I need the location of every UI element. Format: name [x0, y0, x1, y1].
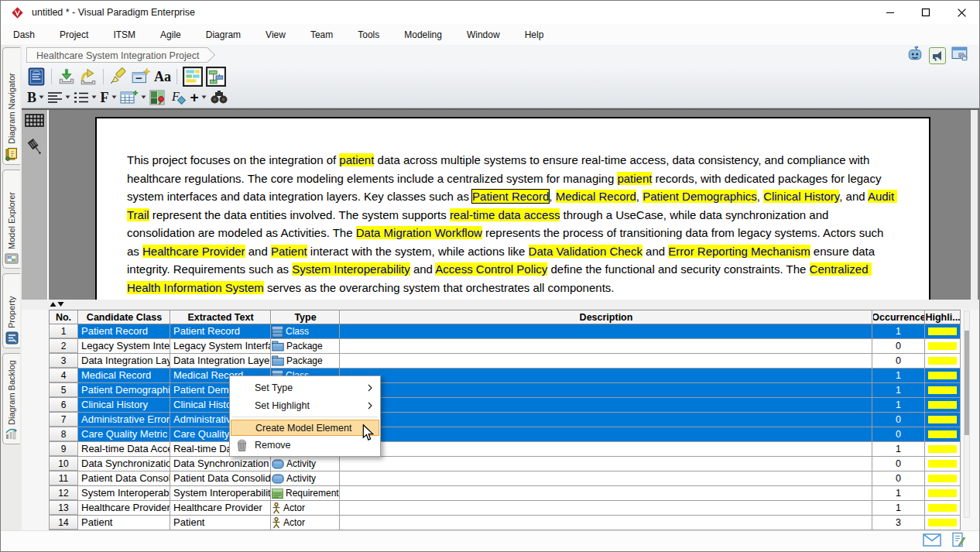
sidebar-tab-property[interactable]: Property: [2, 273, 20, 348]
description-cell[interactable]: [340, 501, 872, 515]
menu-item-itsm[interactable]: ITSM: [101, 25, 148, 45]
table-row[interactable]: 10Data SynchronizationData Synchronizati…: [49, 457, 961, 471]
description-cell[interactable]: [340, 398, 872, 412]
menu-item-dash[interactable]: Dash: [1, 25, 47, 45]
formula-button[interactable]: F: [170, 88, 187, 107]
context-menu-item-set-highlight[interactable]: Set Highlight: [231, 396, 379, 414]
highlighted-term[interactable]: Healthcare Provider: [142, 245, 245, 258]
highlight-cell[interactable]: [925, 398, 961, 412]
description-cell[interactable]: [340, 413, 872, 427]
scrollbar-thumb[interactable]: [965, 331, 969, 435]
column-header-candidate-class[interactable]: Candidate Class: [78, 310, 170, 324]
type-cell[interactable]: Actor: [271, 501, 340, 515]
highlighted-term[interactable]: Patient Record: [472, 190, 549, 203]
extracted-text-cell[interactable]: Healthcare Provider: [170, 501, 271, 515]
font-style-button[interactable]: Aa: [154, 67, 171, 86]
description-cell[interactable]: [340, 442, 872, 456]
type-cell[interactable]: Requirement: [271, 486, 340, 500]
type-cell[interactable]: Activity: [271, 471, 340, 485]
sweeper-tool[interactable]: [25, 137, 45, 160]
highlight-cell[interactable]: [925, 339, 961, 353]
type-cell[interactable]: Package: [271, 339, 340, 353]
candidate-class-cell[interactable]: Patient Demographics: [78, 383, 170, 397]
menu-item-view[interactable]: View: [253, 25, 298, 45]
table-row[interactable]: 8Care Quality MetricCare Quality MetricC…: [49, 427, 961, 442]
panel-divider[interactable]: [22, 300, 979, 310]
description-cell[interactable]: [340, 339, 872, 353]
highlight-cell[interactable]: [925, 354, 961, 368]
mail-icon-button[interactable]: [923, 533, 941, 550]
extracted-text-cell[interactable]: Patient Data Consolidation: [170, 471, 271, 485]
highlight-cell[interactable]: [925, 471, 961, 485]
description-cell[interactable]: [340, 354, 872, 368]
breadcrumb[interactable]: Healthcare System Integration Project: [26, 47, 207, 63]
table-row[interactable]: 12System InteroperabilitySystem Interope…: [49, 486, 961, 501]
type-cell[interactable]: Actor: [271, 516, 340, 530]
menu-item-team[interactable]: Team: [298, 25, 345, 45]
description-cell[interactable]: [340, 457, 872, 471]
minimize-button[interactable]: [872, 1, 908, 24]
add-button[interactable]: +: [190, 88, 207, 107]
list-button[interactable]: [74, 88, 97, 107]
highlight-cell[interactable]: [925, 442, 961, 456]
highlighted-term[interactable]: Data Migration Workflow: [356, 226, 482, 239]
extracted-text-cell[interactable]: Patient Record: [170, 324, 271, 338]
highlighted-term[interactable]: Error Reporting Mechanism: [668, 245, 810, 258]
description-cell[interactable]: [340, 516, 872, 530]
table-row[interactable]: 2Legacy System InterfaceLegacy System In…: [49, 339, 961, 354]
table-row[interactable]: 1Patient RecordPatient RecordClass1: [49, 324, 961, 339]
export-button[interactable]: [79, 67, 98, 86]
highlight-cell[interactable]: [925, 369, 961, 382]
extracted-text-cell[interactable]: Data Synchronization: [170, 457, 271, 471]
highlighter-button[interactable]: [109, 67, 128, 86]
description-cell[interactable]: [340, 427, 872, 441]
maximize-button[interactable]: [908, 1, 944, 24]
menu-item-window[interactable]: Window: [454, 25, 512, 45]
assistant-robot-icon-button[interactable]: [906, 46, 923, 66]
table-row[interactable]: 7Administrative ErrorAdministrative Erro…: [49, 413, 961, 427]
highlighted-term[interactable]: System Interoperability: [292, 262, 410, 276]
highlight-cell[interactable]: [925, 457, 961, 471]
candidate-class-cell[interactable]: Legacy System Interface: [78, 339, 170, 353]
extracted-text-cell[interactable]: Legacy System Interface: [170, 339, 271, 353]
highlight-cell[interactable]: [925, 486, 961, 500]
highlight-cell[interactable]: [925, 427, 961, 441]
candidate-class-cell[interactable]: Medical Record: [78, 369, 170, 382]
table-row[interactable]: 9Real-time Data AccessReal-time Data Acc…: [49, 442, 961, 457]
highlight-cell[interactable]: [925, 516, 961, 530]
highlighted-term[interactable]: Data Validation Check: [529, 245, 642, 258]
highlighted-term[interactable]: Medical Record: [556, 190, 636, 203]
candidate-class-cell[interactable]: Patient: [78, 516, 170, 530]
candidate-class-cell[interactable]: Patient Data Consolidation: [78, 471, 170, 485]
column-header-description[interactable]: Description: [340, 310, 872, 324]
insert-table-button[interactable]: [120, 88, 146, 107]
type-cell[interactable]: Package: [271, 354, 340, 368]
description-cell[interactable]: [340, 486, 872, 500]
context-menu-item-create-model-element[interactable]: Create Model Element: [231, 420, 379, 436]
notes-icon-button[interactable]: [951, 532, 965, 550]
candidate-class-cell[interactable]: System Interoperability: [78, 486, 170, 500]
highlight-cell[interactable]: [925, 413, 961, 427]
column-header-highlight[interactable]: Highli...: [925, 310, 961, 324]
view-text-mode-button[interactable]: [183, 67, 203, 86]
find-button[interactable]: [210, 88, 228, 107]
column-header-type[interactable]: Type: [271, 310, 340, 324]
type-cell[interactable]: Activity: [271, 457, 340, 471]
color-palette-button[interactable]: [149, 88, 166, 107]
column-header-occurrence[interactable]: Occurrence: [872, 310, 925, 324]
table-row[interactable]: 3Data Integration LayerData Integration …: [49, 354, 961, 369]
highlight-cell[interactable]: [925, 324, 961, 338]
column-header-extracted-text[interactable]: Extracted Text: [170, 310, 271, 324]
document-page[interactable]: This project focuses on the integration …: [95, 117, 930, 300]
candidate-class-cell[interactable]: Care Quality Metric: [78, 427, 170, 441]
menu-item-modeling[interactable]: Modeling: [392, 25, 454, 45]
candidate-class-cell[interactable]: Data Synchronization: [78, 457, 170, 471]
menu-item-diagram[interactable]: Diagram: [194, 25, 253, 45]
menu-item-help[interactable]: Help: [512, 25, 557, 45]
view-diagram-mode-button[interactable]: [206, 67, 226, 86]
candidate-class-cell[interactable]: Real-time Data Access: [78, 442, 170, 456]
bold-button[interactable]: B: [27, 88, 44, 107]
highlighted-term[interactable]: Patient Demographics: [642, 190, 757, 203]
table-row[interactable]: 6Clinical HistoryClinical HistoryClass1: [49, 398, 961, 413]
font-button[interactable]: F: [100, 88, 117, 107]
